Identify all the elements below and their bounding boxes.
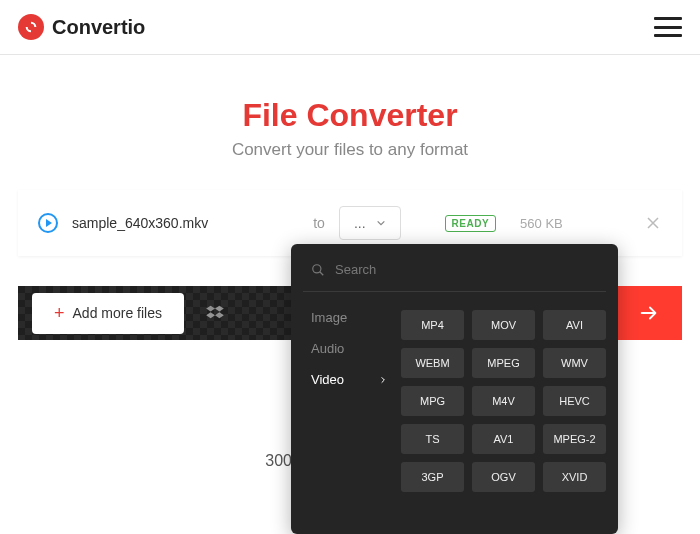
to-label: to — [313, 215, 325, 231]
plus-icon: + — [54, 303, 65, 324]
format-option[interactable]: OGV — [472, 462, 535, 492]
chevron-down-icon — [376, 218, 386, 228]
logo-icon — [18, 14, 44, 40]
play-icon — [38, 213, 58, 233]
logo[interactable]: Convertio — [18, 14, 145, 40]
brand-name: Convertio — [52, 16, 145, 39]
format-option[interactable]: MPEG-2 — [543, 424, 606, 454]
format-option[interactable]: AVI — [543, 310, 606, 340]
category-video[interactable]: Video — [311, 372, 395, 387]
remove-file-button[interactable] — [644, 214, 662, 232]
category-audio[interactable]: Audio — [311, 341, 395, 356]
category-image[interactable]: Image — [311, 310, 395, 325]
format-option[interactable]: HEVC — [543, 386, 606, 416]
format-option[interactable]: XVID — [543, 462, 606, 492]
format-option[interactable]: MOV — [472, 310, 535, 340]
dropbox-icon[interactable] — [204, 302, 226, 324]
menu-icon[interactable] — [654, 17, 682, 37]
add-more-label: Add more files — [73, 305, 162, 321]
add-more-files-button[interactable]: + Add more files — [32, 293, 184, 334]
format-option[interactable]: MP4 — [401, 310, 464, 340]
format-grid: MP4 MOV AVI WEBM MPEG WMV MPG M4V HEVC T… — [401, 310, 606, 492]
format-option[interactable]: AV1 — [472, 424, 535, 454]
page-subtitle: Convert your files to any format — [0, 140, 700, 160]
format-search — [303, 262, 606, 292]
format-value: ... — [354, 215, 366, 231]
format-option[interactable]: MPEG — [472, 348, 535, 378]
format-search-input[interactable] — [335, 262, 598, 277]
file-name: sample_640x360.mkv — [72, 215, 232, 231]
format-option[interactable]: WEBM — [401, 348, 464, 378]
format-option[interactable]: MPG — [401, 386, 464, 416]
chevron-right-icon — [379, 376, 387, 384]
format-option[interactable]: 3GP — [401, 462, 464, 492]
search-icon — [311, 263, 325, 277]
convert-button[interactable] — [616, 286, 682, 340]
file-size: 560 KB — [520, 216, 563, 231]
format-categories: Image Audio Video — [303, 310, 395, 492]
format-option[interactable]: WMV — [543, 348, 606, 378]
format-dropdown: Image Audio Video MP4 MOV AVI WEBM MPEG … — [291, 244, 618, 534]
format-option[interactable]: M4V — [472, 386, 535, 416]
format-option[interactable]: TS — [401, 424, 464, 454]
arrow-right-icon — [638, 302, 660, 324]
page-title: File Converter — [0, 97, 700, 134]
hero: File Converter Convert your files to any… — [0, 55, 700, 180]
status-badge: READY — [445, 215, 497, 232]
format-select[interactable]: ... — [339, 206, 401, 240]
svg-point-0 — [313, 264, 321, 272]
header: Convertio — [0, 0, 700, 55]
